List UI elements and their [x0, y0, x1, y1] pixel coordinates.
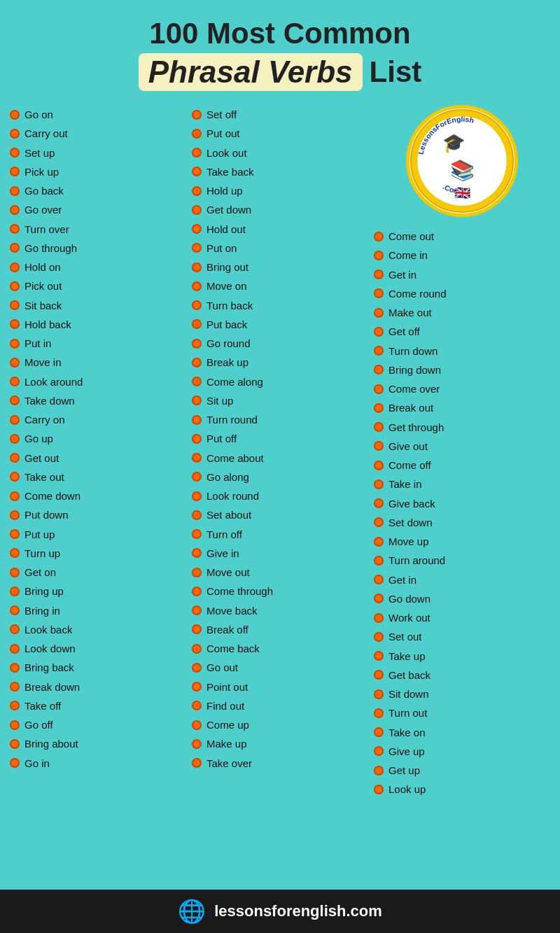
phrasal-verb-label: Get out: [24, 450, 59, 466]
phrasal-verb-label: Move in: [24, 354, 62, 370]
phrasal-verb-label: Put on: [206, 240, 237, 256]
bullet-icon: [192, 319, 202, 329]
phrasal-verb-label: Break up: [206, 354, 248, 370]
bullet-icon: [10, 167, 20, 176]
list-item: Come down: [10, 486, 186, 505]
bullet-icon: [10, 548, 20, 558]
bullet-icon: [374, 308, 384, 318]
bullet-icon: [192, 739, 202, 749]
bullet-icon: [192, 243, 202, 253]
phrasal-verb-label: Look out: [206, 145, 247, 161]
bullet-icon: [374, 537, 384, 547]
phrasal-verb-label: Bring in: [24, 603, 60, 619]
list-item: Take on: [374, 723, 550, 742]
list-item: Break off: [192, 620, 368, 639]
bullet-icon: [10, 205, 20, 215]
phrasal-verb-label: Put down: [24, 507, 69, 523]
phrasal-verb-label: Go through: [24, 240, 77, 256]
list-item: Go up: [10, 429, 186, 448]
bullet-icon: [374, 575, 384, 584]
list-item: Take off: [10, 696, 186, 715]
bullet-icon: [192, 644, 202, 654]
list-item: Hold back: [10, 315, 186, 334]
list-item: Look back: [10, 620, 186, 639]
list-item: Set up: [10, 143, 186, 162]
phrasal-verb-label: Break off: [206, 622, 248, 638]
list-item: Get back: [374, 666, 550, 685]
list-item: Move out: [192, 563, 368, 582]
content-area: Go onCarry outSet upPick upGo backGo ove…: [0, 98, 560, 890]
list-item: Turn around: [374, 551, 550, 570]
bullet-icon: [192, 281, 202, 291]
bullet-icon: [10, 663, 20, 673]
list-item: Take over: [192, 754, 368, 773]
bullet-icon: [192, 339, 202, 349]
column-3-items: Come outCome inGet inCome roundMake outG…: [374, 227, 550, 799]
bullet-icon: [374, 327, 384, 337]
list-item: Sit back: [10, 296, 186, 315]
list-item: Carry out: [10, 124, 186, 143]
list-item: Go through: [10, 239, 186, 258]
phrasal-verb-label: Go back: [24, 183, 64, 199]
list-item: Give up: [374, 742, 550, 761]
bullet-icon: [192, 491, 202, 501]
list-item: Come out: [374, 227, 550, 246]
list-item: Turn down: [374, 342, 550, 360]
bullet-icon: [192, 701, 202, 710]
phrasal-verb-label: Turn up: [24, 545, 60, 561]
list-item: Get off: [374, 322, 550, 341]
phrasal-verb-label: Go out: [206, 659, 238, 675]
bullet-icon: [192, 453, 202, 463]
phrasal-verb-label: Move on: [206, 278, 247, 294]
list-item: Bring back: [10, 658, 186, 677]
phrasal-verb-label: Give up: [388, 743, 425, 759]
phrasal-verb-label: Take off: [24, 698, 61, 714]
list-item: Go on: [10, 105, 186, 124]
phrasal-verb-label: Carry on: [24, 412, 65, 428]
bullet-icon: [374, 422, 384, 432]
footer: 🌐 lessonsforenglish.com: [0, 890, 560, 933]
list-item: Get out: [10, 449, 186, 468]
list-item: Get in: [374, 570, 550, 589]
bullet-icon: [10, 377, 20, 386]
phrasal-verb-label: Turn over: [24, 221, 69, 237]
bullet-icon: [10, 529, 20, 539]
phrasal-verb-label: Bring out: [206, 259, 248, 275]
list-item: Pick out: [10, 276, 186, 295]
phrasal-verb-label: Go on: [24, 106, 53, 122]
phrasal-verb-label: Move up: [388, 533, 429, 549]
phrasal-verb-label: Look up: [388, 781, 426, 797]
bullet-icon: [374, 613, 384, 623]
list-item: Come through: [192, 582, 368, 601]
list-item: Move up: [374, 532, 550, 551]
phrasal-verb-label: Get in: [388, 267, 416, 283]
bullet-icon: [374, 384, 384, 394]
phrasal-verb-label: Go round: [206, 335, 251, 351]
list-item: Go along: [192, 468, 368, 486]
phrasal-verb-label: Put in: [24, 335, 51, 351]
phrasal-verb-label: Pick out: [24, 278, 62, 294]
list-item: Put up: [10, 525, 186, 544]
bullet-icon: [192, 395, 202, 405]
bullet-icon: [374, 594, 384, 603]
list-item: Get down: [192, 200, 368, 219]
bullet-icon: [192, 205, 202, 215]
list-item: Take back: [192, 162, 368, 181]
bullet-icon: [10, 587, 20, 596]
bullet-icon: [192, 472, 202, 482]
bullet-icon: [374, 651, 384, 661]
bullet-icon: [10, 243, 20, 253]
phrasal-verb-label: Take on: [388, 724, 426, 741]
phrasal-verb-label: Bring up: [24, 583, 64, 599]
bullet-icon: [192, 568, 202, 577]
list-item: Go round: [192, 334, 368, 353]
phrasal-verb-label: Get in: [388, 572, 416, 588]
bullet-icon: [192, 720, 202, 730]
phrasal-verb-label: Get off: [388, 323, 420, 339]
phrasal-verb-label: Give in: [206, 545, 239, 561]
phrasal-verb-label: Look down: [24, 640, 76, 657]
bullet-icon: [192, 415, 202, 425]
list-item: Turn up: [10, 544, 186, 563]
list-item: Work out: [374, 608, 550, 627]
bullet-icon: [374, 479, 384, 489]
